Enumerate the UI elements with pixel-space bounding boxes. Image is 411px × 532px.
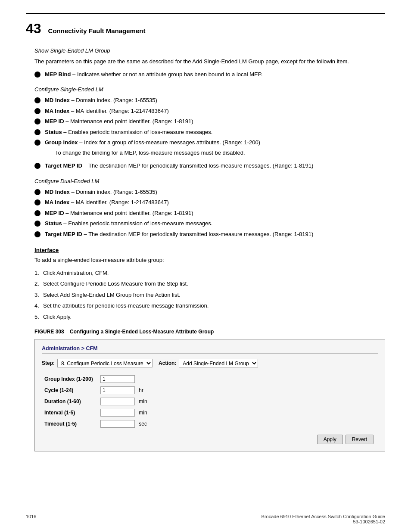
figure-title-text: Configuring a Single-Ended Loss-Measure … xyxy=(70,329,214,335)
page-wrapper: 43 Connectivity Fault Management Show Si… xyxy=(0,0,411,532)
list-item: MD Index – Domain index. (Range: 1-65535… xyxy=(34,188,385,196)
figure-label: FIGURE 308 xyxy=(34,329,64,335)
bullet-icon xyxy=(34,97,40,103)
ui-box-title: Administration > CFM xyxy=(42,345,378,354)
table-row: Group Index (1-200) xyxy=(42,373,378,385)
top-rule xyxy=(26,13,385,14)
chapter-number: 43 xyxy=(26,22,41,35)
list-item: MA Index – MA identifier. (Range: 1-2147… xyxy=(34,198,385,207)
list-item: Status – Enables periodic transmission o… xyxy=(34,128,385,137)
action-label: Action: xyxy=(159,360,176,366)
interface-steps-list: 1.Click Administration, CFM. 2.Select Co… xyxy=(34,269,385,321)
bullet-icon xyxy=(34,108,40,114)
bullet-text: MEP ID – Maintenance end point identifie… xyxy=(45,117,385,126)
content-section: Show Single-Ended LM Group The parameter… xyxy=(34,47,385,451)
revert-button[interactable]: Revert xyxy=(346,435,374,444)
list-item: MEP ID – Maintenance end point identifie… xyxy=(34,117,385,126)
list-item: MEP Bind – Indicates whether or not an a… xyxy=(34,70,385,79)
figure-title xyxy=(65,329,68,335)
bullet-icon xyxy=(34,140,40,146)
list-item: 2.Select Configure Periodic Loss Measure… xyxy=(34,280,385,288)
bullet-icon xyxy=(34,129,40,135)
action-select[interactable]: Add Single-Ended LM Group xyxy=(179,359,258,367)
list-item: 3.Select Add Single-Ended LM Group from … xyxy=(34,291,385,299)
footer-right: Brocade 6910 Ethernet Access Switch Conf… xyxy=(262,514,385,524)
bullet-icon xyxy=(34,221,40,227)
table-row: Cycle (1-24) hr xyxy=(42,385,378,396)
term: MEP Bind xyxy=(45,71,71,78)
bullet-text: MD Index – Domain index. (Range: 1-65535… xyxy=(45,188,385,196)
bullet-text: Target MEP ID – The destination MEP for … xyxy=(45,230,385,239)
list-item: Status – Enables periodic transmission o… xyxy=(34,219,385,228)
interval-unit: min xyxy=(139,410,147,416)
duration-unit: min xyxy=(139,398,147,404)
field-label: Duration (1-60) xyxy=(42,396,98,407)
group-index-input[interactable] xyxy=(100,375,135,383)
footer-line1: Brocade 6910 Ethernet Access Switch Conf… xyxy=(262,514,385,519)
button-row: Apply Revert xyxy=(42,435,378,444)
field-label: Group Index (1-200) xyxy=(42,373,98,385)
list-item: Group Index – Index for a group of loss-… xyxy=(34,138,385,159)
bullet-icon xyxy=(34,231,40,237)
field-label: Interval (1-5) xyxy=(42,407,98,418)
duration-input[interactable] xyxy=(100,398,135,405)
step-select[interactable]: 8. Configure Periodic Loss Measure xyxy=(57,359,153,367)
configure-dual-ended-heading: Configure Dual-Ended LM xyxy=(34,178,385,184)
interface-intro: To add a single-ended loss-measure attri… xyxy=(34,256,385,264)
footer-line2: 53-1002651-02 xyxy=(262,519,385,524)
bullet-text: Status – Enables periodic transmission o… xyxy=(45,219,385,228)
table-row: Duration (1-60) min xyxy=(42,396,378,407)
configure-single-list: MD Index – Domain index. (Range: 1-65535… xyxy=(34,96,385,170)
bullet-text: MA Index – MA identifier. (Range: 1-2147… xyxy=(45,107,385,115)
bullet-icon xyxy=(34,163,40,169)
bullet-icon xyxy=(34,72,40,78)
step-label: Step: xyxy=(42,360,55,366)
bullet-text: MA Index – MA identifier. (Range: 1-2147… xyxy=(45,198,385,207)
indented-note: To change the binding for a MEP, loss-me… xyxy=(55,149,385,157)
bullet-text: Group Index – Index for a group of loss-… xyxy=(45,138,385,159)
timeout-input[interactable] xyxy=(100,420,135,428)
bullet-text: MEP Bind – Indicates whether or not an a… xyxy=(45,70,385,79)
interval-input[interactable] xyxy=(100,409,135,417)
list-item: MA Index – MA identifier. (Range: 1-2147… xyxy=(34,107,385,115)
configure-single-ended-heading: Configure Single-Ended LM xyxy=(34,86,385,93)
page-number: 1016 xyxy=(26,514,36,524)
bullet-text: Target MEP ID – The destination MEP for … xyxy=(45,162,385,170)
table-row: Interval (1-5) min xyxy=(42,407,378,418)
ui-screenshot-box: Administration > CFM Step: 8. Configure … xyxy=(34,339,385,451)
show-single-ended-heading: Show Single-Ended LM Group xyxy=(34,47,385,54)
list-item: 5.Click Apply. xyxy=(34,313,385,321)
bullet-text: Status – Enables periodic transmission o… xyxy=(45,128,385,137)
bullet-text: MD Index – Domain index. (Range: 1-65535… xyxy=(45,96,385,105)
list-item: MEP ID – Maintenance end point identifie… xyxy=(34,209,385,218)
step-action-row: Step: 8. Configure Periodic Loss Measure… xyxy=(42,359,378,367)
page-footer: 1016 Brocade 6910 Ethernet Access Switch… xyxy=(26,514,385,524)
bullet-icon xyxy=(34,189,40,195)
show-single-ended-para: The parameters on this page are the same… xyxy=(34,57,385,66)
chapter-title: Connectivity Fault Management xyxy=(48,27,146,34)
timeout-unit: sec xyxy=(139,421,147,427)
form-table: Group Index (1-200) Cycle (1-24) hr xyxy=(42,373,378,429)
cycle-input[interactable] xyxy=(100,386,135,394)
field-label: Cycle (1-24) xyxy=(42,385,98,396)
interface-heading: Interface xyxy=(34,247,385,253)
apply-button[interactable]: Apply xyxy=(317,435,343,444)
cycle-unit: hr xyxy=(139,387,143,393)
bullet-icon xyxy=(34,210,40,216)
bullet-icon xyxy=(34,199,40,205)
page-header: 43 Connectivity Fault Management xyxy=(26,22,385,35)
configure-dual-list: MD Index – Domain index. (Range: 1-65535… xyxy=(34,188,385,239)
list-item: Target MEP ID – The destination MEP for … xyxy=(34,162,385,170)
list-item: Target MEP ID – The destination MEP for … xyxy=(34,230,385,239)
bullet-text: MEP ID – Maintenance end point identifie… xyxy=(45,209,385,218)
list-item: MD Index – Domain index. (Range: 1-65535… xyxy=(34,96,385,105)
bullet-icon xyxy=(34,118,40,124)
list-item: 4.Set the attributes for periodic loss-m… xyxy=(34,302,385,310)
figure-caption: FIGURE 308 Configuring a Single-Ended Lo… xyxy=(34,329,385,335)
show-bullets-list: MEP Bind – Indicates whether or not an a… xyxy=(34,70,385,79)
field-label: Timeout (1-5) xyxy=(42,418,98,429)
table-row: Timeout (1-5) sec xyxy=(42,418,378,429)
list-item: 1.Click Administration, CFM. xyxy=(34,269,385,277)
